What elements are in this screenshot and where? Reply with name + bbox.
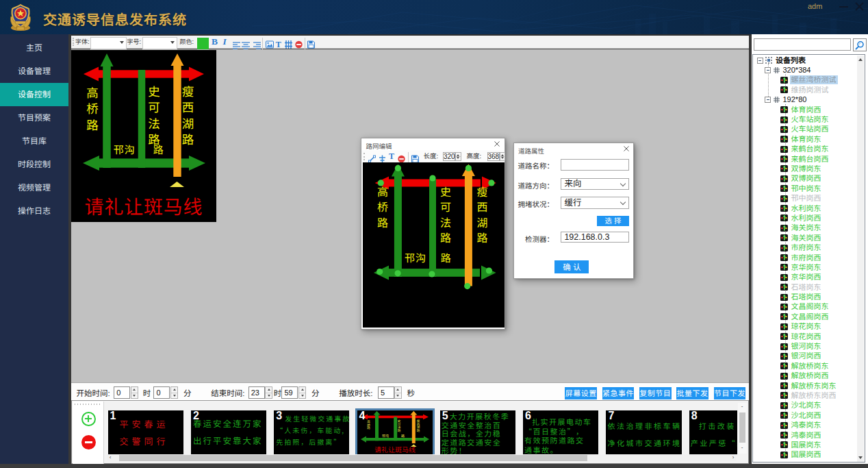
tree-device-item[interactable]: 文昌阁岗西 — [753, 312, 857, 321]
tree-device-item[interactable]: 体育岗西 — [753, 105, 857, 114]
end-minute-input[interactable] — [281, 386, 298, 399]
length-spinner[interactable] — [455, 152, 461, 161]
scroll-up-arrow[interactable] — [858, 58, 863, 61]
start-hour-spinner[interactable] — [131, 386, 138, 399]
tree-device-item[interactable]: 解放桥东岗西 — [753, 391, 857, 400]
road-name-input[interactable] — [561, 159, 629, 171]
collapse-icon[interactable] — [757, 58, 763, 64]
height-input[interactable]: 368 — [487, 152, 500, 161]
scroll-right-arrow[interactable]: › — [730, 454, 737, 460]
sidebar-item[interactable]: 视频管理 — [0, 176, 68, 199]
dialog-close-icon[interactable] — [624, 146, 629, 151]
program-thumbnail[interactable]: 5 大力开展秋冬季交通安全整治百日会战，全力稳定道路交通安全形势！ — [440, 410, 515, 454]
tree-device-item[interactable]: 螺丝湾桥测试 — [753, 75, 857, 85]
tree-scrollbar[interactable] — [857, 56, 864, 462]
tree-device-item[interactable]: 维扬岗测试 — [753, 85, 857, 95]
program-thumbnail[interactable]: 3 发生轻微交通事故“人未伤，车能动,先拍照，后撤离” — [274, 410, 349, 454]
tree-device-item[interactable]: 琼花岗西 — [753, 332, 857, 341]
sidebar-item[interactable]: 设备管理 — [0, 60, 68, 83]
dialog-close-icon[interactable] — [494, 141, 500, 147]
action-button[interactable]: 紧急事件 — [602, 387, 635, 399]
tree-device-item[interactable]: 邗中岗西 — [753, 193, 857, 203]
collapse-icon[interactable] — [765, 97, 771, 103]
end-hour-input[interactable] — [248, 386, 265, 399]
start-minute-spinner[interactable] — [170, 386, 178, 399]
congestion-select[interactable]: 缓行 — [561, 197, 629, 209]
height-spinner[interactable] — [500, 152, 506, 161]
select-detector-button[interactable]: 选 择 — [597, 216, 630, 226]
confirm-button[interactable]: 确 认 — [554, 260, 589, 273]
program-thumbnail[interactable]: 6 扎实开展电动车“百日整治”，有效预防道路交通事故。 — [523, 410, 598, 454]
tree-device-item[interactable]: 来鹤台岗西 — [753, 154, 857, 164]
tree-device-item[interactable]: 市府岗西 — [753, 253, 857, 262]
program-thumbnail[interactable]: 4 高桥路 史可法路 瘦西湖路 邗沟 路 请礼让斑马线 — [357, 410, 433, 454]
sidebar-item[interactable]: 主页 — [0, 36, 68, 60]
color-swatch[interactable] — [197, 38, 209, 50]
scroll-left-arrow[interactable]: ‹ — [107, 454, 114, 460]
tree-device-item[interactable]: 海关岗东 — [753, 223, 857, 233]
tree-device-item[interactable]: 京华岗东 — [753, 262, 857, 272]
sidebar-item[interactable]: 设备控制 — [0, 83, 68, 106]
bold-button[interactable]: B — [212, 36, 218, 48]
end-minute-spinner[interactable] — [298, 386, 306, 399]
sidebar-item[interactable]: 操作日志 — [0, 199, 68, 223]
start-minute-input[interactable] — [153, 386, 170, 399]
tree-device-item[interactable]: 双博岗西 — [753, 174, 857, 184]
tree-device-item[interactable]: 石塔岗西 — [753, 292, 857, 301]
search-button[interactable] — [853, 38, 867, 51]
action-button[interactable]: 批量下发 — [676, 387, 709, 399]
detector-input[interactable] — [561, 232, 629, 243]
tree-device-item[interactable]: 邗中岗东 — [753, 184, 857, 193]
action-button[interactable]: 屏幕设置 — [565, 387, 597, 399]
tree-device-item[interactable]: 沙北岗东 — [753, 401, 857, 410]
tree-device-item[interactable]: 琼花岗东 — [753, 322, 857, 332]
tree-device-item[interactable]: 来鹤台岗东 — [753, 145, 857, 154]
tree-device-item[interactable]: 水利岗东 — [753, 204, 857, 213]
tree-root-item[interactable]: 设备列表 — [753, 56, 857, 65]
device-search-input[interactable] — [754, 38, 851, 51]
tree-device-item[interactable]: 海关岗西 — [753, 233, 857, 243]
tree-device-item[interactable]: 银河岗东 — [753, 341, 857, 351]
tree-device-item[interactable]: 银河岗西 — [753, 352, 857, 361]
font-family-select[interactable] — [90, 37, 127, 49]
minimize-icon[interactable] — [839, 6, 848, 8]
tree-device-item[interactable]: 解放桥东岗东 — [753, 381, 857, 391]
tree-device-item[interactable]: 火车站岗西 — [753, 125, 857, 134]
program-thumbnail[interactable]: 8 打击改装“炸街”产业严惩“飙车” — [689, 410, 737, 454]
start-hour-input[interactable] — [114, 386, 130, 399]
text-tool-icon[interactable]: T — [389, 150, 394, 162]
action-button[interactable]: 复制节目 — [639, 387, 672, 399]
strip-vertical-scrollbar[interactable]: ˆ ˇ — [738, 403, 747, 454]
tree-device-item[interactable]: 京华岗西 — [753, 273, 857, 282]
scrollbar-thumb[interactable] — [857, 56, 863, 434]
strip-drag-handle[interactable] — [75, 404, 102, 405]
sidebar-item[interactable]: 节目预案 — [0, 106, 68, 130]
tree-device-item[interactable]: 鸿泰岗东 — [753, 420, 857, 430]
program-thumbnail[interactable]: 7 依法治理非标车辆净化城市交通环境 — [606, 410, 681, 454]
scroll-down-arrow[interactable] — [858, 456, 863, 459]
tree-device-item[interactable]: 火车站岗东 — [753, 114, 857, 124]
action-button[interactable]: 节目下发 — [714, 387, 746, 399]
tree-device-item[interactable]: 市府岗东 — [753, 243, 857, 252]
program-thumbnail[interactable]: 1 平安春运交警同行 — [108, 410, 183, 454]
duration-input[interactable] — [378, 386, 394, 399]
tree-device-item[interactable]: 沙北岗西 — [753, 410, 857, 420]
tree-device-item[interactable]: 水利岗西 — [753, 213, 857, 223]
logged-in-user[interactable]: adm — [808, 2, 822, 10]
program-thumbnail[interactable]: 2 春运安全连万家出行平安靠大家 — [191, 410, 266, 454]
tree-device-item[interactable]: 解放桥岗东 — [753, 361, 857, 371]
remove-program-button[interactable] — [81, 435, 96, 449]
scrollbar-thumb[interactable] — [739, 412, 745, 443]
tree-device-item[interactable]: 石塔岗东 — [753, 282, 857, 292]
tree-device-item[interactable]: 文昌阁岗东 — [753, 302, 857, 312]
scroll-up-arrow[interactable]: ˆ — [739, 405, 745, 411]
scrollbar-thumb[interactable] — [119, 455, 587, 461]
collapse-icon[interactable] — [765, 67, 771, 73]
sidebar-item[interactable]: 节目库 — [0, 130, 68, 153]
length-input[interactable]: 320 — [443, 152, 455, 161]
tree-group-item[interactable]: 320*384 — [753, 65, 857, 75]
strip-horizontal-scrollbar[interactable]: ‹ › — [107, 454, 737, 461]
duration-spinner[interactable] — [394, 386, 402, 399]
end-hour-spinner[interactable] — [265, 386, 272, 399]
tree-group-item[interactable]: 192*80 — [753, 95, 857, 105]
